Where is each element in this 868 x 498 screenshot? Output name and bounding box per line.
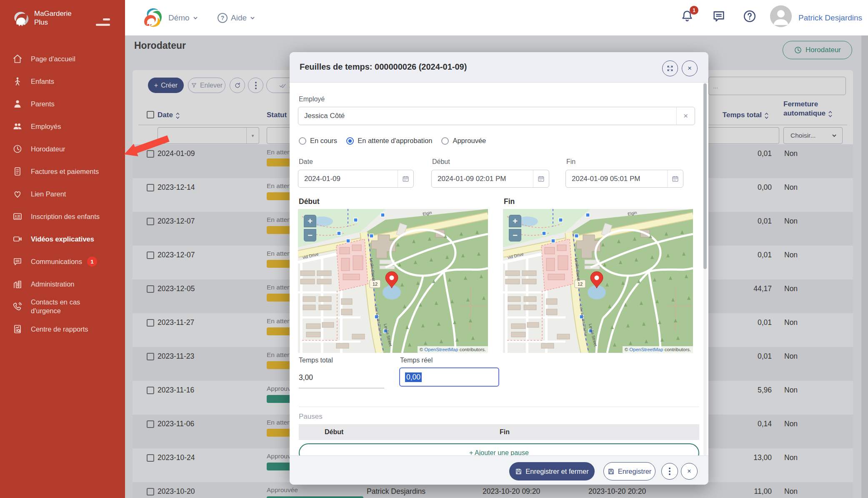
calendar-button[interactable] — [398, 170, 413, 187]
app-logo-icon — [142, 6, 164, 29]
parent-icon — [13, 99, 23, 109]
modal-close-button[interactable]: × — [681, 463, 698, 480]
pauses-col-fin: Fin — [500, 428, 510, 436]
user-avatar[interactable] — [770, 5, 792, 27]
notifications-button[interactable]: 1 — [680, 9, 697, 26]
osm-link[interactable]: OpenStreetMap — [629, 347, 663, 352]
question-circle-icon — [743, 9, 757, 23]
date-input[interactable]: 2024-01-09 — [298, 170, 414, 188]
zoom-out-button[interactable]: − — [304, 229, 316, 241]
section-divider — [299, 407, 699, 407]
kebab-icon — [669, 468, 670, 475]
topbar: Démo ? Aide 1 Patrick Desjardins — [125, 0, 868, 35]
map-tiles: 12 Elgin Leslie Street Leslie Street Lak… — [503, 209, 693, 353]
phone-icon — [13, 302, 23, 312]
map-attribution: © OpenStreetMap contributors. — [418, 346, 488, 353]
chat-icon — [13, 257, 23, 267]
sidebar-item-horodateur[interactable]: Horodateur — [0, 138, 125, 160]
radio-en-cours[interactable]: En cours — [299, 137, 337, 145]
close-modal-button[interactable]: × — [682, 60, 698, 76]
sidebar-item-employes[interactable]: Employés — [0, 115, 125, 138]
sidebar: MaGarderie Plus Page d'accueil Enfants P… — [0, 0, 125, 498]
sidebar-item-enfants[interactable]: Enfants — [0, 70, 125, 93]
temps-reel-input[interactable]: 0,00 — [399, 367, 499, 387]
help-menu[interactable]: ? Aide — [218, 0, 255, 35]
modal-header: Feuilles de temps: 000000026 (2024-01-09… — [290, 52, 708, 83]
map-attribution: © OpenStreetMap contributors. — [623, 346, 693, 353]
support-button[interactable] — [743, 9, 759, 26]
brand-name: MaGarderie Plus — [34, 9, 72, 27]
employe-input[interactable]: Jessica Côté × — [298, 107, 695, 125]
sidebar-item-inscription[interactable]: Inscription des enfants — [0, 205, 125, 228]
pauses-table-header: Début Fin — [299, 424, 699, 440]
hamburger-menu-icon[interactable] — [96, 18, 110, 26]
zoom-in-button[interactable]: + — [304, 215, 316, 227]
modal-more-button[interactable] — [661, 463, 678, 480]
pauses-label: Pauses — [299, 412, 323, 421]
user-name[interactable]: Patrick Desjardins — [798, 0, 862, 35]
save-and-close-button[interactable]: Enregistrer et fermer — [509, 462, 595, 480]
sidebar-item-lien-parent[interactable]: Lien Parent — [0, 183, 125, 205]
save-button[interactable]: Enregistrer — [603, 462, 655, 480]
avatar-placeholder-icon — [770, 5, 792, 27]
home-icon — [13, 54, 23, 64]
map-fin-label: Fin — [504, 197, 515, 206]
map-tiles: 12 Elgin Leslie Street Leslie Street Lak… — [298, 209, 488, 353]
timesheet-modal: Feuilles de temps: 000000026 (2024-01-09… — [290, 52, 708, 485]
clear-employe-icon[interactable]: × — [676, 107, 695, 125]
sidebar-item-rapports[interactable]: Centre de rapports — [0, 318, 125, 340]
osm-link[interactable]: OpenStreetMap — [424, 347, 458, 352]
id-card-icon — [13, 211, 23, 221]
radio-en-attente[interactable]: En attente d'approbation — [346, 137, 432, 145]
sidebar-item-videos[interactable]: Vidéos explicatives — [0, 228, 125, 250]
debut-input[interactable]: 2024-01-09 02:01 PM — [431, 170, 549, 188]
expand-icon — [666, 65, 674, 72]
sidebar-item-accueil[interactable]: Page d'accueil — [0, 48, 125, 70]
debut-label: Début — [432, 158, 450, 166]
heart-icon — [13, 189, 23, 199]
selected-text: 0,00 — [405, 372, 422, 382]
modal-title: Feuilles de temps: 000000026 (2024-01-09… — [300, 62, 467, 72]
radio-icon — [441, 137, 449, 145]
fin-input[interactable]: 2024-01-09 05:01 PM — [565, 170, 683, 188]
calendar-button[interactable] — [533, 170, 549, 187]
video-icon — [13, 234, 23, 244]
fin-label: Fin — [566, 158, 575, 166]
notifications-badge: 1 — [690, 6, 698, 15]
building-icon — [13, 279, 23, 289]
map-debut-label: Début — [299, 197, 320, 206]
scrollbar-thumb[interactable] — [703, 83, 707, 269]
message-icon — [712, 9, 726, 23]
invoice-icon — [13, 166, 23, 176]
sidebar-item-administration[interactable]: Administration — [0, 273, 125, 295]
zoom-out-button[interactable]: − — [509, 229, 521, 241]
communications-badge: 1 — [87, 257, 97, 267]
sidebar-item-parents[interactable]: Parents — [0, 93, 125, 115]
close-icon: × — [688, 64, 692, 73]
expand-modal-button[interactable] — [662, 60, 678, 76]
map-zoom-controls: + − — [304, 215, 316, 241]
zoom-in-button[interactable]: + — [509, 215, 521, 227]
employees-icon — [13, 121, 23, 131]
calendar-button[interactable] — [667, 170, 683, 187]
modal-scrollbar[interactable] — [703, 83, 707, 455]
pauses-col-debut: Début — [325, 428, 500, 436]
clock-icon — [13, 144, 23, 154]
env-menu[interactable]: Démo — [168, 0, 198, 35]
sidebar-nav: Page d'accueil Enfants Parents Employés … — [0, 48, 125, 340]
close-icon: × — [687, 468, 691, 475]
map-fin[interactable]: 12 Elgin Leslie Street Leslie Street Lak… — [503, 209, 693, 353]
svg-text:12: 12 — [373, 282, 378, 287]
status-radio-group: En cours En attente d'approbation Approu… — [299, 137, 486, 145]
radio-approuvee[interactable]: Approuvée — [441, 137, 486, 145]
sidebar-item-communications[interactable]: Communications 1 — [0, 250, 125, 273]
temps-reel-label: Temps réel — [400, 357, 433, 364]
modal-footer: Enregistrer et fermer Enregistrer × — [290, 455, 708, 485]
messages-button[interactable] — [712, 9, 728, 26]
sidebar-item-factures[interactable]: Factures et paiements — [0, 160, 125, 183]
brand-logo-icon — [12, 9, 31, 28]
map-debut[interactable]: 12 Elgin Leslie Street Leslie Street Lak… — [298, 209, 488, 353]
child-icon — [13, 76, 23, 86]
sidebar-item-urgence[interactable]: Contacts en cas d'urgence — [0, 295, 125, 318]
chevron-down-icon — [193, 15, 198, 20]
